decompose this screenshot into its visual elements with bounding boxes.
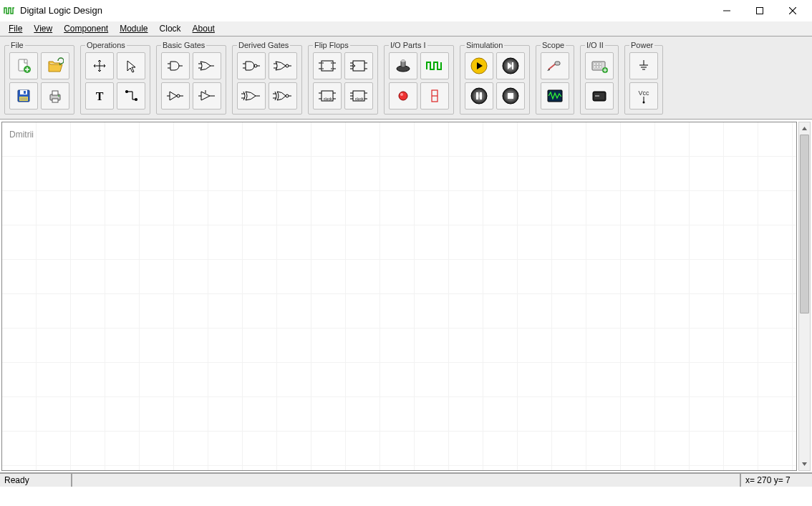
- ground-button[interactable]: [629, 52, 658, 79]
- nor-gate-button[interactable]: [269, 52, 297, 79]
- svg-rect-109: [594, 66, 596, 68]
- save-file-button[interactable]: [9, 82, 38, 110]
- probe-button[interactable]: [541, 52, 569, 79]
- svg-point-64: [331, 68, 332, 69]
- canvas-area: Dmitrii: [0, 120, 812, 472]
- scroll-up-arrow[interactable]: [799, 122, 810, 135]
- maximize-button[interactable]: [743, 0, 776, 21]
- group-io2: I/O II: [580, 41, 619, 115]
- sr-flipflop-button[interactable]: [313, 52, 342, 79]
- svg-point-87: [399, 92, 407, 100]
- switch-button[interactable]: [389, 52, 417, 79]
- jk-flipflop-button[interactable]: [344, 52, 373, 79]
- group-file: File: [4, 41, 74, 115]
- group-power-label: Power: [629, 41, 654, 49]
- oscilloscope-button[interactable]: [541, 82, 569, 110]
- seven-segment-button[interactable]: [420, 82, 449, 110]
- nand-gate-button[interactable]: [237, 52, 266, 79]
- svg-point-26: [135, 99, 137, 101]
- menu-clock[interactable]: Clock: [154, 22, 187, 35]
- group-simulation: Simulation: [460, 41, 530, 115]
- xor-gate-button[interactable]: [237, 82, 266, 110]
- design-canvas[interactable]: Dmitrii: [1, 122, 797, 471]
- group-derived-gates: Derived Gates: [232, 41, 302, 115]
- scroll-down-arrow[interactable]: [799, 458, 810, 470]
- group-file-label: File: [9, 41, 25, 49]
- svg-marker-125: [802, 462, 807, 466]
- svg-rect-1: [757, 7, 763, 14]
- menu-component[interactable]: Component: [58, 22, 114, 35]
- step-button[interactable]: [496, 52, 525, 79]
- group-basic-gates-label: Basic Gates: [161, 41, 206, 49]
- status-ready: Ready: [0, 473, 72, 487]
- group-simulation-label: Simulation: [465, 41, 504, 49]
- svg-rect-103: [555, 62, 560, 65]
- stop-button[interactable]: [496, 82, 525, 110]
- svg-rect-100: [508, 93, 513, 99]
- svg-rect-98: [480, 92, 482, 99]
- print-button[interactable]: [41, 82, 69, 110]
- svg-rect-95: [512, 62, 513, 69]
- svg-text:clock: clock: [324, 97, 332, 101]
- svg-marker-124: [802, 127, 807, 130]
- group-operations-label: Operations: [85, 41, 127, 49]
- app-title: Digital Logic Design: [20, 5, 102, 16]
- xnor-gate-button[interactable]: [269, 82, 297, 110]
- menu-view[interactable]: View: [28, 22, 58, 35]
- open-file-button[interactable]: [41, 52, 69, 79]
- statusbar: Ready x= 270 y= 7: [0, 472, 812, 487]
- svg-rect-106: [594, 63, 596, 65]
- svg-point-61: [322, 62, 324, 64]
- move-tool-button[interactable]: [85, 52, 114, 79]
- and-gate-button[interactable]: [161, 52, 190, 79]
- display-button[interactable]: [585, 82, 614, 110]
- new-file-button[interactable]: [9, 52, 38, 79]
- t-flipflop-button[interactable]: clock: [344, 82, 373, 110]
- svg-rect-108: [599, 63, 601, 65]
- pause-button[interactable]: [465, 82, 493, 110]
- svg-point-41: [254, 64, 257, 67]
- play-button[interactable]: [465, 52, 493, 79]
- svg-marker-33: [170, 92, 177, 100]
- not-gate-button[interactable]: [161, 82, 190, 110]
- group-derived-gates-label: Derived Gates: [237, 41, 290, 49]
- keypad-button[interactable]: [585, 52, 614, 79]
- svg-rect-97: [476, 92, 478, 99]
- text-tool-button[interactable]: T: [85, 82, 114, 110]
- status-coords: x= 270 y= 7: [740, 473, 812, 487]
- svg-point-123: [643, 102, 645, 104]
- titlebar: Digital Logic Design: [0, 0, 812, 21]
- vertical-scrollbar[interactable]: [798, 122, 811, 471]
- buffer-gate-button[interactable]: [193, 82, 221, 110]
- group-io1-label: I/O Parts I: [389, 41, 427, 49]
- menu-module[interactable]: Module: [114, 22, 153, 35]
- minimize-button[interactable]: [710, 0, 743, 21]
- wire-tool-button[interactable]: [117, 82, 145, 110]
- scroll-thumb[interactable]: [800, 135, 809, 313]
- svg-text:clock: clock: [355, 97, 364, 101]
- led-button[interactable]: [389, 82, 417, 110]
- vcc-button[interactable]: Vcc: [629, 82, 658, 110]
- clock-input-button[interactable]: [420, 52, 449, 79]
- menu-file[interactable]: File: [3, 22, 28, 35]
- group-basic-gates: Basic Gates: [156, 41, 226, 115]
- svg-point-18: [58, 95, 59, 97]
- vcc-label: Vcc: [638, 89, 649, 97]
- d-flipflop-button[interactable]: clock: [313, 82, 342, 110]
- or-gate-button[interactable]: [193, 52, 221, 79]
- menu-about[interactable]: About: [187, 22, 221, 35]
- svg-rect-56: [322, 61, 333, 71]
- close-button[interactable]: [776, 0, 809, 21]
- group-operations: Operations T: [80, 41, 150, 115]
- group-power: Power Vcc: [624, 41, 663, 115]
- app-icon: [3, 4, 16, 17]
- svg-point-96: [471, 88, 487, 104]
- svg-rect-16: [52, 91, 58, 95]
- scroll-track[interactable]: [799, 135, 810, 458]
- svg-rect-12: [19, 97, 28, 101]
- svg-point-86: [401, 60, 405, 62]
- group-io2-label: I/O II: [585, 41, 605, 49]
- select-tool-button[interactable]: [117, 52, 145, 79]
- status-fill: [72, 473, 740, 487]
- group-flip-flops: Flip Flops clock clock: [308, 41, 378, 115]
